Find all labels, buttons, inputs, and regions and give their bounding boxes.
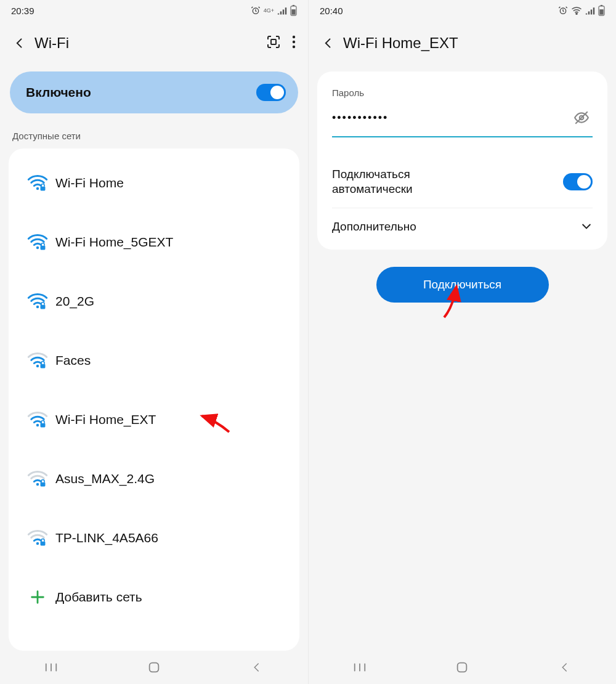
svg-rect-17 xyxy=(41,423,46,428)
header: Wi-Fi xyxy=(0,21,308,65)
header: Wi-Fi Home_EXT xyxy=(309,21,616,65)
wifi-icon xyxy=(20,174,55,192)
svg-rect-9 xyxy=(41,187,46,191)
svg-rect-15 xyxy=(41,364,46,368)
nav-recents[interactable] xyxy=(26,662,76,673)
auto-connect-row[interactable]: Подключаться автоматически xyxy=(332,156,593,208)
more-vertical-icon xyxy=(292,35,296,49)
nav-home[interactable] xyxy=(437,661,487,674)
page-title: Wi-Fi xyxy=(34,35,266,52)
eye-off-icon xyxy=(573,110,590,126)
network-row[interactable]: Wi-Fi Home_EXT xyxy=(9,390,299,449)
battery-icon xyxy=(598,5,605,16)
network-name: Asus_MAX_2.4G xyxy=(55,471,288,486)
status-icons xyxy=(558,5,605,16)
wifi-toggle[interactable] xyxy=(256,84,286,101)
network-row[interactable]: Faces xyxy=(9,331,299,390)
auto-connect-label: Подключаться автоматически xyxy=(332,167,413,197)
auto-connect-toggle[interactable] xyxy=(563,173,593,190)
connect-card: Пароль ••••••••••• Подключаться автомати… xyxy=(317,71,607,250)
svg-rect-4 xyxy=(271,39,276,44)
chevron-down-icon xyxy=(580,220,593,232)
network-name: Wi-Fi Home_5GEXT xyxy=(55,235,288,250)
add-network-row[interactable]: Добавить сеть xyxy=(9,568,299,627)
status-icons: 4G+ xyxy=(251,5,297,16)
svg-rect-19 xyxy=(41,482,46,487)
connect-button-label: Подключиться xyxy=(423,278,501,291)
nav-back[interactable] xyxy=(232,662,282,673)
svg-point-8 xyxy=(36,187,39,190)
network-name: Wi-Fi Home_EXT xyxy=(55,412,288,427)
svg-rect-2 xyxy=(293,5,295,6)
svg-point-10 xyxy=(36,246,39,250)
chevron-left-icon xyxy=(14,37,26,49)
wifi-icon xyxy=(20,411,55,428)
qr-icon xyxy=(266,35,281,49)
svg-point-14 xyxy=(36,365,39,368)
password-label: Пароль xyxy=(332,88,593,98)
svg-point-6 xyxy=(293,41,295,43)
more-options-button[interactable] xyxy=(292,35,296,51)
password-field[interactable]: ••••••••••• xyxy=(332,98,593,137)
svg-rect-30 xyxy=(458,663,467,672)
svg-point-5 xyxy=(293,36,295,38)
screenshot-left: 20:39 4G+ Wi-Fi Включено Дост xyxy=(0,0,308,684)
qr-scan-button[interactable] xyxy=(266,35,281,52)
nav-back[interactable] xyxy=(540,662,590,673)
add-network-label: Добавить сеть xyxy=(55,590,288,605)
nav-home[interactable] xyxy=(129,661,179,674)
network-name: Wi-Fi Home xyxy=(55,176,288,190)
svg-rect-13 xyxy=(41,305,46,309)
screenshot-right: 20:40 Wi-Fi Home_EXT Пароль ••••••••••• … xyxy=(308,0,616,684)
android-navbar xyxy=(309,651,616,684)
toggle-password-visibility[interactable] xyxy=(570,107,593,129)
svg-point-7 xyxy=(293,46,295,48)
connect-button[interactable]: Подключиться xyxy=(376,267,549,303)
back-button[interactable] xyxy=(317,32,339,54)
network-name: Faces xyxy=(55,353,288,368)
svg-point-16 xyxy=(36,424,39,427)
wifi-status-icon xyxy=(571,6,582,15)
advanced-row[interactable]: Дополнительно xyxy=(332,208,593,245)
svg-point-24 xyxy=(576,13,577,14)
network-row[interactable]: Wi-Fi Home_5GEXT xyxy=(9,213,299,272)
alarm-icon xyxy=(558,6,568,15)
battery-icon xyxy=(290,5,297,16)
wifi-icon xyxy=(20,529,55,547)
status-bar: 20:40 xyxy=(309,0,616,21)
svg-rect-21 xyxy=(41,542,46,546)
android-navbar xyxy=(0,651,308,684)
svg-rect-11 xyxy=(41,246,46,250)
wifi-enabled-label: Включено xyxy=(26,85,91,100)
status-time: 20:39 xyxy=(11,6,34,16)
svg-rect-22 xyxy=(150,663,159,672)
wifi-enabled-toggle-row[interactable]: Включено xyxy=(10,71,298,113)
status-bar: 20:39 4G+ xyxy=(0,0,308,21)
signal-icon xyxy=(585,6,595,15)
back-button[interactable] xyxy=(9,32,31,54)
network-name: 20_2G xyxy=(55,294,288,309)
svg-rect-3 xyxy=(291,9,295,15)
svg-rect-27 xyxy=(599,9,603,15)
nav-recents[interactable] xyxy=(335,662,384,673)
chevron-left-icon xyxy=(322,37,334,49)
status-time: 20:40 xyxy=(320,6,343,16)
network-row[interactable]: Asus_MAX_2.4G xyxy=(9,449,299,508)
plus-icon xyxy=(20,588,55,606)
svg-rect-26 xyxy=(601,5,603,6)
svg-point-18 xyxy=(36,483,39,486)
network-row[interactable]: 20_2G xyxy=(9,272,299,331)
network-row[interactable]: TP-LINK_4A5A66 xyxy=(9,508,299,568)
network-type-label: 4G+ xyxy=(264,8,274,14)
wifi-icon xyxy=(20,352,55,369)
page-title: Wi-Fi Home_EXT xyxy=(343,35,607,52)
network-name: TP-LINK_4A5A66 xyxy=(55,531,288,545)
alarm-icon xyxy=(251,6,261,15)
available-networks-label: Доступные сети xyxy=(0,113,308,149)
password-value: ••••••••••• xyxy=(332,112,570,124)
advanced-label: Дополнительно xyxy=(332,219,416,234)
signal-icon xyxy=(277,6,287,15)
wifi-icon xyxy=(20,234,55,251)
network-row[interactable]: Wi-Fi Home xyxy=(9,153,299,213)
wifi-icon xyxy=(20,470,55,487)
